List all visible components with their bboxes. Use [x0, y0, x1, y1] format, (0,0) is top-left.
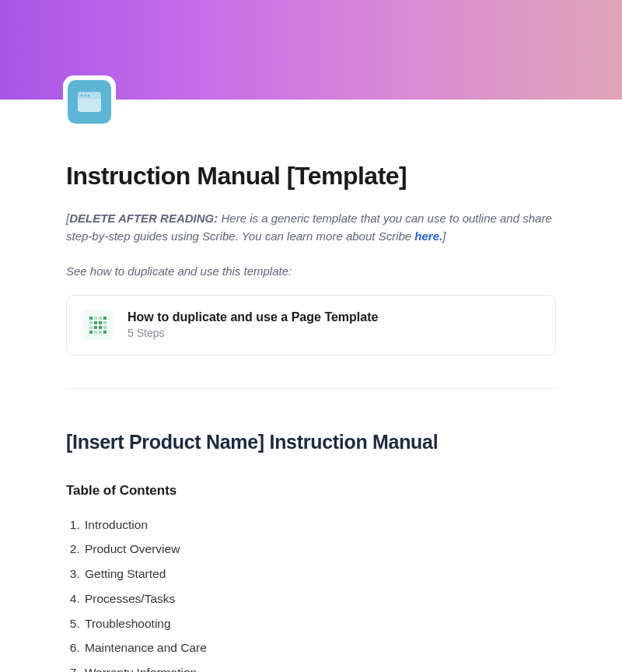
content-wrapper: Instruction Manual [Template] [DELETE AF… — [0, 100, 622, 672]
svg-rect-14 — [89, 326, 93, 329]
divider — [66, 388, 556, 389]
list-item: Processes/Tasks — [83, 586, 556, 611]
list-item: Troubleshooting — [83, 611, 556, 636]
grid-icon — [82, 310, 114, 341]
delete-warning: DELETE AFTER READING: — [69, 212, 218, 225]
svg-rect-9 — [103, 317, 107, 320]
delete-note: [DELETE AFTER READING: Here is a generic… — [66, 209, 556, 246]
list-item: Introduction — [83, 513, 556, 537]
template-card-title: How to duplicate and use a Page Template — [128, 310, 378, 324]
template-card[interactable]: How to duplicate and use a Page Template… — [66, 295, 556, 355]
svg-rect-6 — [89, 317, 93, 320]
toc-list: Introduction Product Overview Getting St… — [66, 513, 556, 673]
svg-rect-16 — [99, 326, 102, 329]
page-icon-wrapper — [63, 75, 116, 128]
svg-rect-20 — [99, 331, 102, 334]
svg-rect-21 — [103, 331, 107, 334]
svg-rect-7 — [94, 317, 97, 320]
section-heading: [Insert Product Name] Instruction Manual — [66, 431, 556, 453]
svg-rect-17 — [103, 326, 107, 329]
svg-point-3 — [81, 95, 83, 97]
list-item: Warranty Information — [83, 660, 556, 672]
page-title: Instruction Manual [Template] — [66, 100, 556, 191]
template-card-steps: 5 Steps — [128, 327, 378, 339]
list-item: Maintenance and Care — [83, 635, 556, 660]
bracket-close: ] — [442, 229, 446, 243]
svg-rect-11 — [94, 321, 97, 324]
svg-rect-2 — [78, 97, 101, 99]
svg-rect-19 — [94, 331, 97, 334]
svg-rect-15 — [94, 326, 97, 329]
svg-rect-10 — [89, 321, 93, 324]
template-card-text: How to duplicate and use a Page Template… — [128, 310, 378, 339]
svg-rect-13 — [103, 321, 107, 324]
see-how-text: See how to duplicate and use this templa… — [66, 264, 556, 278]
svg-point-4 — [84, 95, 86, 97]
svg-rect-12 — [99, 321, 102, 324]
svg-rect-18 — [89, 331, 93, 334]
list-item: Getting Started — [83, 562, 556, 586]
window-icon — [68, 80, 111, 124]
svg-rect-8 — [99, 317, 102, 320]
list-item: Product Overview — [83, 537, 556, 562]
svg-point-5 — [88, 95, 90, 97]
toc-heading: Table of Contents — [66, 483, 556, 499]
scribe-link[interactable]: here. — [414, 229, 442, 243]
